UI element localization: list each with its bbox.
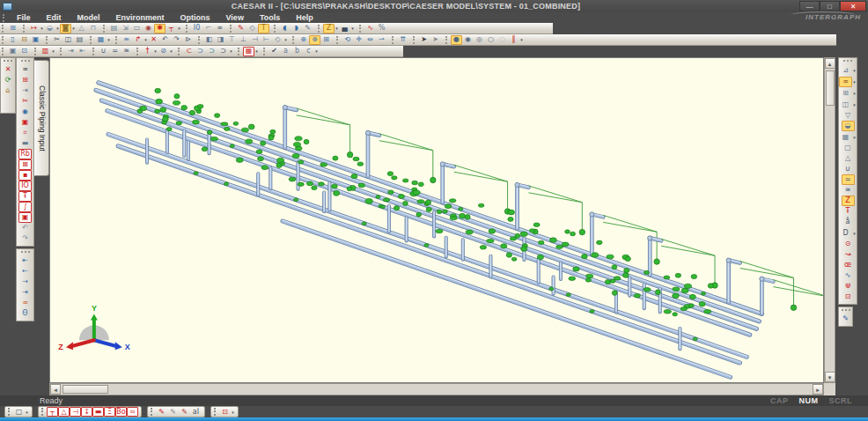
walk-view-icon[interactable]: ⇀	[376, 35, 387, 45]
toolbar-grip[interactable]	[843, 60, 852, 63]
toolbar-grip[interactable]	[8, 408, 11, 416]
model-box-icon[interactable]: ◇	[246, 24, 258, 33]
delta-icon[interactable]: △	[842, 153, 855, 164]
globe-icon[interactable]: ◉	[143, 24, 154, 33]
list-c-icon[interactable]: c	[303, 47, 314, 56]
close-element-icon[interactable]: ⊓	[87, 24, 99, 33]
error-list-icon[interactable]: ✕	[148, 35, 159, 45]
ship-icon[interactable]: ≊	[842, 185, 855, 196]
paste-icon[interactable]: ▤	[74, 35, 85, 45]
run-check-icon[interactable]: ↱	[132, 35, 143, 45]
menu-model[interactable]: Model	[70, 13, 108, 22]
push-in-icon[interactable]: ⇥	[65, 47, 77, 56]
open-file-icon[interactable]: ⊟	[18, 35, 30, 45]
plot-tools-dropdown-icon[interactable]: ▾	[852, 68, 857, 73]
capture-tool-dropdown-icon[interactable]: ▾	[231, 410, 235, 415]
node-pair-icon[interactable]: œ	[842, 260, 855, 270]
menu-edit[interactable]: Edit	[39, 13, 70, 22]
display-mode-dropdown-icon[interactable]: ▾	[25, 410, 29, 415]
capture-tool-icon[interactable]: ⊡	[219, 407, 231, 417]
tee-valve-icon[interactable]: ┬	[166, 24, 177, 33]
elbow-radius-icon[interactable]: I0	[191, 24, 202, 33]
toolbar-grip[interactable]	[445, 36, 448, 44]
film-icon[interactable]: ▦	[839, 132, 852, 143]
select-multi-icon[interactable]: ➤	[430, 35, 441, 45]
tee-valve-dropdown-icon[interactable]: ▾	[177, 26, 181, 31]
node-grid-icon[interactable]: ⊞	[18, 75, 32, 85]
screen-icon[interactable]: ⊡	[18, 47, 30, 56]
ship-icon[interactable]: ≊	[121, 47, 132, 56]
force-icon[interactable]: ▪	[18, 170, 32, 181]
thermometer-icon[interactable]: †	[142, 47, 153, 56]
show-restraints-icon[interactable]: ┬	[47, 407, 58, 417]
load-case-dropdown-icon[interactable]: ▾	[254, 48, 259, 54]
view-bottom-icon[interactable]: ⊥	[238, 35, 249, 45]
menu-help[interactable]: Help	[288, 13, 321, 22]
scroll-left-icon[interactable]: ◂	[50, 384, 61, 395]
percent-icon[interactable]: %	[376, 24, 387, 33]
toolbar-grip[interactable]	[413, 36, 416, 44]
save-file-icon[interactable]: ▣	[30, 35, 41, 45]
open-book-dropdown-icon[interactable]: ▾	[852, 102, 857, 107]
show-flanges-icon[interactable]: ▬	[92, 407, 104, 417]
menu-tools[interactable]: Tools	[252, 13, 288, 22]
zoom-window-icon[interactable]: ⊞	[320, 35, 332, 45]
copy-icon[interactable]: ◫	[63, 35, 74, 45]
push-out-icon[interactable]: ⇤	[77, 47, 88, 56]
cut-element-icon[interactable]: ✂	[18, 96, 32, 107]
pipe-cyl-b-icon[interactable]: ◗	[291, 24, 302, 33]
signal-icon[interactable]: ∿	[364, 24, 376, 33]
undo-gray-icon[interactable]: ↶	[18, 223, 32, 233]
bend-node-icon[interactable]: ◒	[44, 24, 55, 33]
uniform-load-icon[interactable]: IO	[18, 181, 32, 191]
open-book-icon[interactable]: ◫	[839, 100, 852, 110]
diameter-dropdown-icon[interactable]: ▾	[852, 231, 857, 236]
wave-load-icon[interactable]: ∫	[18, 202, 32, 212]
vertical-scrollbar[interactable]: ▴ ▾	[824, 57, 835, 383]
net-red-icon[interactable]: ⌗	[18, 128, 32, 138]
toolbar-grip[interactable]	[230, 25, 232, 33]
workspace-grid-icon[interactable]: ⊞	[7, 24, 18, 33]
toolbar-grip[interactable]	[186, 25, 188, 33]
select-icon[interactable]: ➤	[418, 35, 430, 45]
boat-a-icon[interactable]: ∪	[842, 164, 855, 174]
dome-icon[interactable]: ◒	[842, 121, 855, 131]
snapshot-icon[interactable]: ▣	[7, 47, 18, 56]
boat-b-icon[interactable]: ≃	[842, 174, 855, 185]
toolbar-grip[interactable]	[151, 408, 153, 416]
error-edit-icon[interactable]: ✎	[235, 24, 246, 33]
list-b-icon[interactable]: b	[291, 47, 303, 56]
render-hidden-icon[interactable]: ○	[485, 35, 497, 45]
print-icon[interactable]: ▦	[95, 35, 107, 45]
toolbar-grip[interactable]	[392, 36, 394, 44]
scroll-up-icon[interactable]: ▴	[825, 58, 835, 69]
show-hangers-icon[interactable]: ⊣	[70, 407, 81, 417]
car-dark-dropdown-icon[interactable]: ▾	[229, 48, 233, 54]
toolbar-grip[interactable]	[2, 36, 4, 44]
toolbar-grip[interactable]	[274, 25, 276, 33]
restraint-z-icon[interactable]: Z	[842, 196, 855, 206]
range-icon[interactable]: ⊞	[839, 88, 852, 99]
insert-break-icon[interactable]: ↦	[28, 24, 40, 33]
find-icon[interactable]: ∞	[214, 24, 225, 33]
refresh-green-icon[interactable]: ⟳	[2, 75, 15, 85]
terrain-dropdown-icon[interactable]: ▾	[350, 26, 355, 31]
new-file-icon[interactable]: ▯	[7, 35, 18, 45]
axis-bars-dropdown-icon[interactable]: ▾	[519, 37, 524, 42]
zoom-frame-icon[interactable]: ▭	[131, 24, 143, 33]
menu-environment[interactable]: Environment	[108, 13, 173, 22]
spin-view-icon[interactable]: ✛	[353, 35, 364, 45]
list-c-dropdown-icon[interactable]: ▾	[314, 48, 319, 54]
toolbar-grip[interactable]	[238, 48, 240, 55]
angle-delta-icon[interactable]: △	[76, 24, 87, 33]
block-move-icon[interactable]: ⇲	[120, 24, 131, 33]
toolbar-grip[interactable]	[263, 48, 266, 55]
model-viewport[interactable]: YXZ	[49, 57, 824, 383]
annotate-pen-icon[interactable]: ✎	[839, 314, 852, 324]
toolbar-grip[interactable]	[2, 25, 4, 33]
last-element-icon[interactable]: ⇥	[18, 287, 32, 298]
toolbar-grip[interactable]	[136, 48, 139, 55]
zoom-in-icon[interactable]: ⊕	[298, 35, 309, 45]
show-nozzles-icon[interactable]: ↧	[81, 407, 92, 417]
valve-browser-icon[interactable]: ◙	[60, 24, 71, 33]
